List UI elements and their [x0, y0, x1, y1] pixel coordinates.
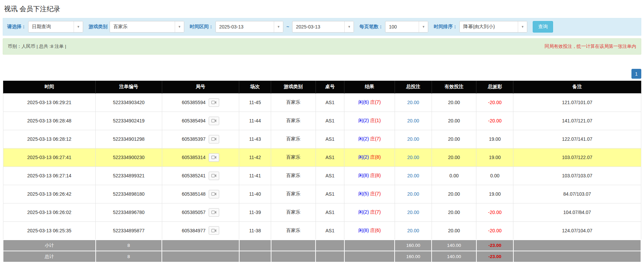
- table-no-cell: AS1: [316, 130, 344, 148]
- footer-cell: [271, 240, 316, 251]
- per-page-select[interactable]: 100 ▼: [385, 21, 428, 33]
- table-header-row: 时间注单编号局号场次游戏类别桌号结果总投注有效投注总派彩备注: [3, 81, 641, 93]
- summary-text: 币别：人民币 | 总共 :8 注单 |: [8, 43, 66, 50]
- game-type-cell: 百家乐: [271, 93, 316, 112]
- chevron-down-icon[interactable]: ▼: [344, 21, 354, 32]
- video-icon: [211, 155, 216, 159]
- chevron-down-icon[interactable]: ▼: [74, 21, 83, 32]
- column-header: 场次: [239, 81, 271, 93]
- bet-id-cell: 522334902419: [96, 112, 162, 130]
- time-range-label: 时间区间：: [190, 24, 213, 30]
- date-from-select[interactable]: 2025-03-13 ▼: [215, 21, 283, 33]
- round-id-cell: 605385057: [162, 203, 239, 221]
- table-no-cell: AS1: [316, 167, 344, 185]
- query-button[interactable]: 查询: [533, 21, 553, 33]
- chevron-down-icon[interactable]: ▼: [274, 21, 283, 32]
- round-id-inner: 605385594: [162, 98, 239, 107]
- valid-bet-cell: 20.00: [432, 93, 476, 112]
- note-cell: 121.07/101.07: [513, 93, 641, 112]
- footer-cell: [239, 240, 271, 251]
- time-cell: 2025-03-13 06:27:41: [3, 148, 96, 167]
- banker-result: 庄(8): [370, 154, 381, 160]
- video-icon: [211, 100, 216, 104]
- bet-records-table: 时间注单编号局号场次游戏类别桌号结果总投注有效投注总派彩备注 2025-03-1…: [3, 81, 641, 262]
- bet-id-cell: 522334899321: [96, 167, 162, 185]
- banker-result: 庄(6): [370, 228, 381, 233]
- result-cell: 闲(5) 庄(7): [344, 185, 395, 203]
- column-header: 结果: [344, 81, 395, 93]
- table-body: 2025-03-13 06:29:21522334903420605385594…: [3, 93, 641, 240]
- round-id-inner: 605385314: [162, 153, 239, 162]
- note-cell: 124.07/104.07: [513, 221, 641, 240]
- chevron-down-icon[interactable]: ▼: [518, 21, 527, 32]
- total-bet-cell: 20.00: [395, 185, 432, 203]
- time-cell: 2025-03-13 06:28:48: [3, 112, 96, 130]
- game-type-select[interactable]: 百家乐 ▼: [110, 21, 184, 33]
- round-id-value: 605385148: [182, 191, 206, 197]
- result-cell: 闲(8) 庄(6): [344, 221, 395, 240]
- chevron-down-icon[interactable]: ▼: [419, 21, 428, 32]
- round-id-value: 605385494: [182, 118, 206, 123]
- note-cell: 103.07/122.07: [513, 148, 641, 167]
- session-cell: 11-42: [239, 148, 271, 167]
- round-id-inner: 605385494: [162, 117, 239, 125]
- session-cell: 11-41: [239, 167, 271, 185]
- video-icon: [211, 137, 216, 141]
- footer-cell: 140.00: [432, 251, 476, 262]
- payout-cell: -20.00: [476, 93, 513, 112]
- game-type-cell: 百家乐: [271, 185, 316, 203]
- replay-button[interactable]: [209, 117, 219, 125]
- valid-bet-cell: 20.00: [432, 185, 476, 203]
- round-id-value: 605385397: [182, 136, 206, 142]
- footer-cell: 小计: [3, 240, 96, 251]
- game-type-value: 百家乐: [110, 21, 175, 32]
- round-id-cell: 605384977: [162, 221, 239, 240]
- payout-cell: -20.00: [476, 221, 513, 240]
- video-icon: [211, 192, 216, 196]
- page-1-button[interactable]: 1: [631, 69, 641, 79]
- replay-button[interactable]: [209, 135, 219, 143]
- query-type-select[interactable]: 日期查询 ▼: [28, 21, 83, 33]
- result-cell: 闲(2) 庄(8): [344, 148, 395, 167]
- footer-cell: [513, 251, 641, 262]
- banker-result: 庄(8): [370, 173, 381, 178]
- date-to-select[interactable]: 2025-03-13 ▼: [292, 21, 354, 33]
- pagination: 1: [3, 69, 641, 79]
- replay-button[interactable]: [209, 190, 219, 198]
- note-cell: 122.07/141.07: [513, 130, 641, 148]
- query-type-label: 请选择：: [7, 24, 26, 30]
- bet-id-cell: 522334898180: [96, 185, 162, 203]
- replay-button[interactable]: [209, 172, 219, 180]
- game-type-cell: 百家乐: [271, 167, 316, 185]
- bet-id-cell: 522334900230: [96, 148, 162, 167]
- round-id-inner: 605385057: [162, 208, 239, 217]
- payout-cell: -20.00: [476, 112, 513, 130]
- player-result: 闲(8): [358, 173, 369, 178]
- footer-cell: 140.00: [432, 240, 476, 251]
- video-icon: [211, 119, 216, 123]
- table-row: 2025-03-13 06:28:48522334902419605385494…: [3, 112, 641, 130]
- page: 视讯 会员下注纪录 请选择： 日期查询 ▼ 游戏类别 百家乐 ▼ 时间区间： 2…: [0, 0, 644, 262]
- player-result: 闲(2): [358, 154, 369, 160]
- column-header: 总派彩: [476, 81, 513, 93]
- total-bet-cell: 20.00: [395, 203, 432, 221]
- round-id-inner: 605384977: [162, 226, 239, 235]
- replay-button[interactable]: [209, 153, 219, 162]
- valid-bet-cell: 20.00: [432, 203, 476, 221]
- notice-text: 同局有效投注，统一计算在该局第一张注单内: [545, 43, 636, 50]
- game-type-cell: 百家乐: [271, 130, 316, 148]
- replay-button[interactable]: [209, 98, 219, 107]
- bet-id-cell: 522334901298: [96, 130, 162, 148]
- chevron-down-icon[interactable]: ▼: [175, 21, 184, 32]
- bet-table: 时间注单编号局号场次游戏类别桌号结果总投注有效投注总派彩备注 2025-03-1…: [3, 81, 641, 262]
- date-from-value: 2025-03-13: [216, 21, 274, 32]
- sort-select[interactable]: 降幂(由大到小) ▼: [459, 21, 527, 33]
- footer-cell: [344, 240, 395, 251]
- column-header: 备注: [513, 81, 641, 93]
- replay-button[interactable]: [209, 208, 219, 217]
- video-icon: [211, 174, 216, 178]
- footer-cell: [316, 240, 344, 251]
- replay-button[interactable]: [209, 226, 219, 235]
- bet-id-cell: 522334895877: [96, 221, 162, 240]
- total-bet-cell: 20.00: [395, 148, 432, 167]
